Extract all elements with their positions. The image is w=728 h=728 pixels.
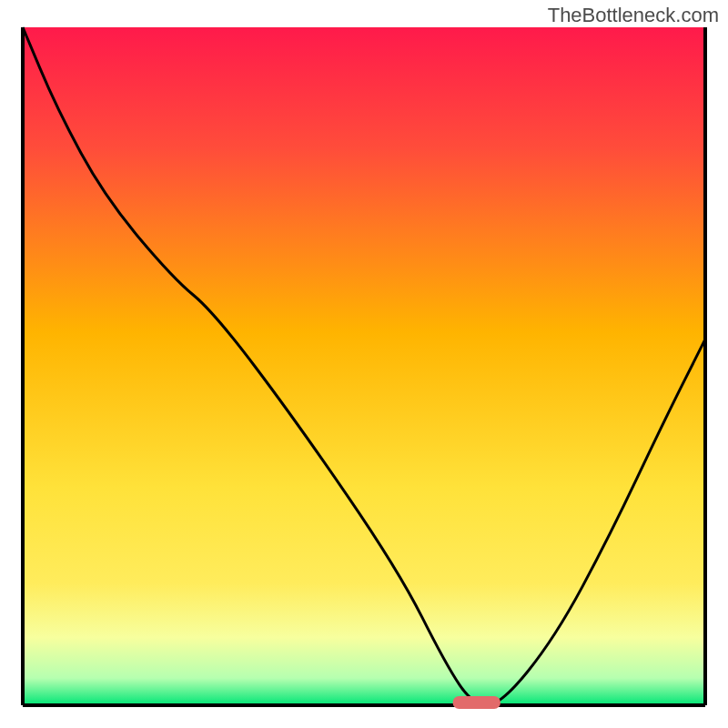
bottleneck-chart: [0, 0, 728, 728]
optimal-marker: [453, 696, 501, 709]
watermark-text: TheBottleneck.com: [548, 4, 719, 27]
chart-background: [23, 27, 705, 705]
